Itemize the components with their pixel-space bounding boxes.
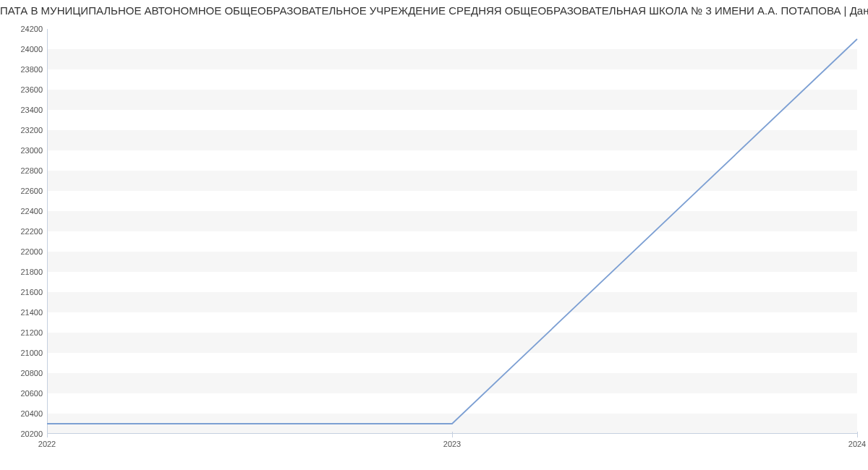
y-tick-label: 20400 [20,409,47,418]
y-tick-label: 21600 [20,288,47,296]
y-tick-label: 24200 [20,25,47,33]
y-tick-label: 23600 [20,85,47,94]
y-tick-label: 20800 [20,369,47,377]
y-tick-label: 24000 [20,45,47,54]
y-tick-label: 21400 [20,308,47,317]
y-tick-label: 22800 [20,166,47,175]
x-tick-label: 2023 [443,434,461,448]
series-path [47,39,857,424]
y-tick-label: 22600 [20,187,47,195]
y-tick-label: 22000 [20,247,47,256]
y-tick-label: 21800 [20,268,47,276]
y-tick-label: 22200 [20,227,47,236]
y-tick-label: 23800 [20,65,47,74]
chart-title: ПАТА В МУНИЦИПАЛЬНОЕ АВТОНОМНОЕ ОБЩЕОБРА… [0,4,868,17]
y-tick-label: 22400 [20,207,47,215]
chart-container: ПАТА В МУНИЦИПАЛЬНОЕ АВТОНОМНОЕ ОБЩЕОБРА… [0,0,868,470]
x-tick-label: 2022 [38,434,56,448]
y-tick-label: 20600 [20,389,47,398]
y-tick-label: 21200 [20,328,47,337]
plot-area: 2020020400206002080021000212002140021600… [47,29,857,434]
y-tick-label: 23000 [20,146,47,155]
y-tick-label: 23200 [20,126,47,134]
x-tick-label: 2024 [848,434,866,448]
y-tick-label: 23400 [20,106,47,114]
line-series [47,29,857,434]
y-tick-label: 21000 [20,349,47,357]
